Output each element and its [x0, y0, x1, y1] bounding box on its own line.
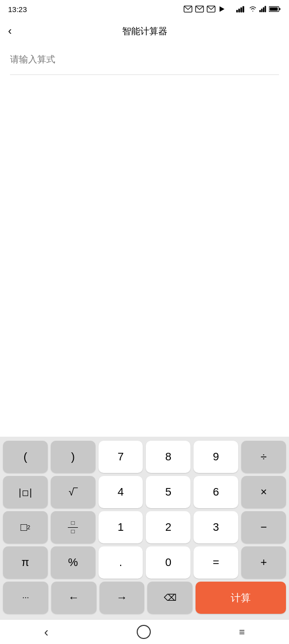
- plus-key[interactable]: +: [241, 546, 286, 579]
- svg-rect-11: [265, 6, 266, 13]
- svg-rect-7: [243, 6, 244, 13]
- status-time: 13:23: [8, 5, 27, 14]
- pi-key[interactable]: π: [3, 546, 48, 579]
- minus-key[interactable]: −: [241, 511, 286, 543]
- mail-icon-2: [195, 6, 204, 13]
- svg-marker-3: [220, 6, 225, 12]
- svg-rect-6: [240, 8, 242, 13]
- page-title: 智能计算器: [122, 25, 167, 37]
- svg-rect-5: [238, 9, 240, 13]
- svg-rect-14: [270, 8, 278, 11]
- equals-key[interactable]: =: [194, 546, 238, 579]
- key-row-2: |□| √‾ 4 5 6 ×: [3, 476, 286, 508]
- status-bar: 13:23: [0, 0, 289, 18]
- eight-key[interactable]: 8: [146, 441, 190, 473]
- wifi-icon: [249, 6, 257, 13]
- battery-icon: [269, 6, 281, 13]
- close-paren-key[interactable]: ): [51, 441, 95, 473]
- dot-key[interactable]: .: [99, 546, 143, 579]
- nine-key[interactable]: 9: [194, 441, 238, 473]
- square-key[interactable]: □2: [3, 511, 48, 543]
- signal-icon: [236, 6, 246, 13]
- six-key[interactable]: 6: [194, 476, 238, 508]
- svg-rect-4: [236, 10, 238, 13]
- two-key[interactable]: 2: [146, 511, 190, 543]
- expression-input[interactable]: [10, 54, 279, 65]
- five-key[interactable]: 5: [146, 476, 190, 508]
- back-button[interactable]: ‹: [8, 26, 12, 37]
- calculate-key[interactable]: 计算: [196, 582, 286, 614]
- backspace-key[interactable]: ⌫: [147, 582, 192, 614]
- nav-back-button[interactable]: ‹: [44, 624, 49, 640]
- more-key[interactable]: ···: [3, 582, 48, 614]
- one-key[interactable]: 1: [99, 511, 143, 543]
- divide-key[interactable]: ÷: [241, 441, 286, 473]
- key-row-bottom: ··· ← → ⌫ 计算: [3, 582, 286, 614]
- svg-rect-9: [261, 9, 263, 12]
- multiply-key[interactable]: ×: [241, 476, 286, 508]
- fraction-key[interactable]: □ □: [51, 511, 95, 543]
- percent-key[interactable]: %: [51, 546, 95, 579]
- header: ‹ 智能计算器: [0, 18, 289, 44]
- mail-icon-1: [183, 6, 192, 13]
- open-paren-key[interactable]: (: [3, 441, 48, 473]
- cursor-right-key[interactable]: →: [100, 582, 145, 614]
- zero-key[interactable]: 0: [146, 546, 190, 579]
- expr-area: [0, 44, 289, 74]
- key-row-3: □2 □ □ 1 2 3 −: [3, 511, 286, 543]
- sqrt-key[interactable]: √‾: [51, 476, 95, 508]
- keyboard: ( ) 7 8 9 ÷ |□| √‾ 4 5 6 × □2 □ □ 1 2 3 …: [0, 437, 289, 620]
- status-icons: [183, 6, 281, 13]
- svg-rect-8: [259, 10, 261, 12]
- play-icon: [218, 6, 225, 13]
- key-row-1: ( ) 7 8 9 ÷: [3, 441, 286, 473]
- seven-key[interactable]: 7: [99, 441, 143, 473]
- three-key[interactable]: 3: [194, 511, 238, 543]
- nav-bar: ‹ ≡: [0, 620, 289, 644]
- four-key[interactable]: 4: [99, 476, 143, 508]
- cursor-left-key[interactable]: ←: [51, 582, 97, 614]
- mail-icon-3: [207, 6, 216, 13]
- nav-home-button[interactable]: [137, 625, 151, 639]
- expr-underline: [10, 74, 279, 75]
- nav-menu-button[interactable]: ≡: [239, 626, 245, 638]
- svg-rect-13: [279, 8, 280, 10]
- svg-rect-10: [263, 8, 264, 13]
- key-row-4: π % . 0 = +: [3, 546, 286, 579]
- abs-key[interactable]: |□|: [3, 476, 48, 508]
- bars-icon: [259, 6, 266, 13]
